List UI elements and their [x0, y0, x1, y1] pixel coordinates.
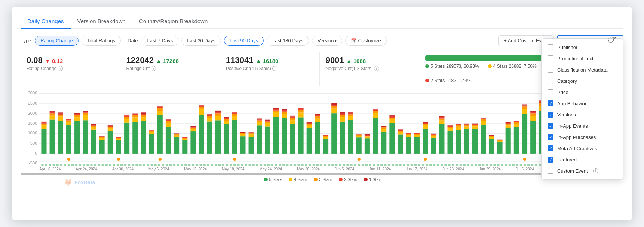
svg-rect-58 — [108, 128, 113, 131]
in-app-purchases-checkbox[interactable] — [548, 134, 553, 140]
dropdown-item-in-app-purchases[interactable]: In-App Purchases — [542, 131, 623, 143]
btn-last-180-days[interactable]: Last 180 Days — [267, 36, 309, 46]
svg-rect-315 — [522, 106, 527, 107]
scroll-thumb[interactable] — [21, 173, 563, 175]
tab-daily-changes[interactable]: Daily Changes — [21, 14, 71, 29]
calendar-icon: 📅 — [351, 38, 356, 43]
dropdown-item-meta-ad-creatives[interactable]: Meta Ad Creatives — [542, 143, 623, 154]
dropdown-item-price[interactable]: Price — [542, 87, 623, 98]
tab-bar: Daily Changes Version Breakdown Country/… — [21, 14, 623, 29]
dropdown-item-app-behavior[interactable]: App Behavior — [542, 98, 623, 109]
dropdown-item-promotional-text[interactable]: Promotional Text — [542, 53, 623, 64]
svg-rect-245 — [406, 133, 411, 133]
svg-rect-45 — [83, 112, 88, 112]
svg-rect-155 — [265, 126, 270, 153]
meta-ad-creatives-checkbox[interactable] — [548, 145, 553, 151]
svg-point-256 — [424, 158, 427, 161]
btn-last-30-days[interactable]: Last 30 Days — [181, 36, 221, 46]
svg-rect-218 — [365, 136, 370, 136]
featured-label: Featured — [557, 157, 577, 163]
dropdown-item-featured[interactable]: Featured — [542, 154, 623, 165]
svg-rect-90 — [157, 108, 163, 111]
svg-rect-162 — [273, 111, 279, 112]
svg-rect-300 — [497, 140, 502, 140]
tab-country-region-breakdown[interactable]: Country/Region Breakdown — [132, 14, 214, 29]
btn-rating-change[interactable]: Rating Change — [35, 36, 79, 46]
5star-dot — [425, 64, 429, 68]
category-checkbox[interactable] — [548, 78, 553, 84]
svg-rect-125 — [215, 116, 221, 120]
svg-rect-182 — [307, 124, 312, 125]
svg-rect-17 — [41, 125, 46, 129]
dropdown-item-publisher[interactable]: Publisher — [542, 42, 623, 53]
featured-checkbox[interactable] — [548, 157, 553, 163]
versions-checkbox[interactable] — [548, 112, 553, 118]
svg-rect-249 — [414, 133, 420, 134]
legend-5stars: 5 Stars — [264, 177, 282, 182]
svg-rect-240 — [398, 129, 403, 130]
btn-total-ratings[interactable]: Total Ratings — [82, 36, 121, 46]
svg-rect-63 — [116, 139, 121, 140]
promotional-text-checkbox[interactable] — [548, 55, 553, 61]
svg-rect-262 — [439, 124, 444, 154]
svg-rect-20 — [41, 122, 46, 122]
chart-scrollbar[interactable] — [21, 173, 623, 175]
svg-rect-106 — [182, 138, 187, 139]
svg-rect-146 — [249, 134, 254, 137]
btn-customize[interactable]: 📅 Customize — [345, 36, 386, 46]
svg-rect-24 — [50, 112, 55, 114]
dropdown-item-versions[interactable]: Versions — [542, 109, 623, 120]
svg-rect-316 — [522, 105, 527, 106]
svg-rect-53 — [99, 138, 105, 140]
svg-text:2000: 2000 — [28, 111, 37, 115]
svg-text:2500: 2500 — [28, 101, 37, 105]
dropdown-item-in-app-events[interactable]: In-App Events — [542, 120, 623, 131]
btn-last-90-days[interactable]: Last 90 Days — [224, 36, 264, 46]
publisher-label: Publisher — [557, 45, 577, 50]
2star-legend-label: 2 Stars — [344, 177, 357, 182]
svg-rect-54 — [99, 137, 105, 138]
svg-rect-219 — [365, 135, 370, 136]
svg-rect-271 — [447, 125, 453, 125]
svg-rect-306 — [506, 122, 511, 123]
svg-rect-280 — [464, 124, 469, 125]
custom-event-checkbox[interactable] — [548, 168, 553, 174]
btn-version[interactable]: Version ▾ — [312, 36, 342, 46]
svg-rect-175 — [298, 117, 304, 154]
in-app-events-checkbox[interactable] — [548, 123, 553, 129]
tab-version-breakdown[interactable]: Version Breakdown — [71, 14, 132, 29]
legend-1star: 1 Star — [364, 177, 380, 182]
svg-rect-35 — [66, 119, 71, 119]
btn-last-7-days[interactable]: Last 7 Days — [142, 36, 179, 46]
dropdown-item-classification-metadata[interactable]: Classification Metadata — [542, 64, 623, 75]
publisher-checkbox[interactable] — [548, 44, 553, 50]
svg-rect-250 — [414, 133, 420, 133]
svg-rect-39 — [74, 115, 80, 117]
svg-rect-113 — [190, 126, 196, 127]
app-behavior-label: App Behavior — [557, 101, 586, 106]
svg-rect-126 — [215, 113, 221, 116]
svg-rect-153 — [257, 119, 262, 120]
svg-rect-75 — [132, 115, 138, 117]
svg-rect-30 — [58, 112, 63, 113]
svg-rect-169 — [282, 109, 287, 110]
dropdown-item-custom-event[interactable]: Custom Event i — [542, 165, 623, 176]
svg-rect-26 — [58, 121, 63, 154]
classification-metadata-checkbox[interactable] — [548, 67, 553, 73]
svg-rect-18 — [41, 124, 46, 125]
svg-rect-252 — [423, 125, 428, 129]
svg-rect-134 — [232, 120, 237, 154]
svg-rect-44 — [83, 113, 88, 115]
dropdown-item-category[interactable]: Category — [542, 75, 623, 87]
svg-rect-312 — [522, 114, 527, 154]
price-checkbox[interactable] — [548, 89, 553, 95]
info-icon: i — [272, 66, 277, 71]
svg-rect-291 — [481, 118, 486, 118]
svg-rect-304 — [506, 124, 511, 126]
svg-rect-66 — [116, 137, 121, 137]
app-behavior-checkbox[interactable] — [548, 100, 553, 106]
svg-rect-21 — [50, 120, 55, 154]
svg-point-93 — [159, 158, 162, 161]
svg-rect-308 — [514, 124, 519, 127]
5star-legend-dot — [264, 178, 268, 181]
